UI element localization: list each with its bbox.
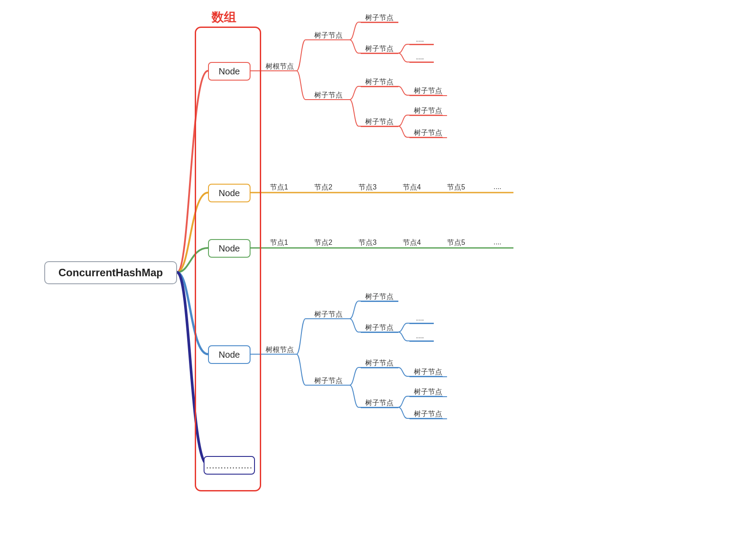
red-leaf-2: 树子节点 [365, 44, 393, 54]
slot-node-3: Node [208, 345, 251, 364]
blue-under-3 [361, 367, 398, 368]
blue-leaf-4b: 树子节点 [414, 410, 442, 419]
red-leaf-4: 树子节点 [365, 117, 393, 127]
red-under-4 [361, 126, 398, 127]
yellow-n4: 节点4 [403, 183, 421, 192]
green-n1: 节点1 [270, 238, 288, 247]
green-n2: 节点2 [314, 238, 332, 247]
red-child-1: 树子节点 [314, 31, 343, 40]
red-under-4a [409, 115, 447, 116]
blue-child-1: 树子节点 [314, 310, 343, 319]
array-label: 数组 [212, 9, 236, 26]
slot-node-1: Node [208, 184, 251, 202]
blue-under-1 [361, 301, 398, 302]
root-node: ConcurrentHashMap [44, 261, 177, 284]
yellow-n1: 节点1 [270, 183, 288, 192]
green-n4: 节点4 [403, 238, 421, 247]
blue-under-4b [409, 418, 447, 419]
blue-leaf-4: 树子节点 [365, 398, 393, 408]
red-leaf-3b: 树子节点 [414, 86, 442, 96]
red-leaf-1: 树子节点 [365, 13, 393, 23]
yellow-n2: 节点2 [314, 183, 332, 192]
slot-label-1: Node [219, 188, 240, 198]
slot-label-2: Node [219, 243, 240, 254]
green-n6: .... [494, 238, 501, 246]
red-dots-1: .... [416, 35, 424, 43]
diagram-canvas: { "root": { "title": "ConcurrentHashMap"… [0, 0, 756, 541]
yellow-n6: .... [494, 183, 501, 191]
red-under-d1 [409, 44, 434, 45]
slot-label-4: ................ [206, 460, 253, 471]
slot-node-4: ................ [204, 456, 255, 475]
blue-under-d1 [409, 323, 434, 324]
yellow-n5: 节点5 [447, 183, 465, 192]
root-title: ConcurrentHashMap [58, 267, 163, 279]
red-leaf-4b: 树子节点 [414, 128, 442, 138]
blue-leaf-3b: 树子节点 [414, 367, 442, 377]
blue-leaf-2: 树子节点 [365, 323, 393, 332]
red-under-4b [409, 137, 447, 138]
red-leaf-4a: 树子节点 [414, 106, 442, 116]
blue-under-d2 [409, 341, 434, 342]
blue-under-2 [361, 332, 398, 333]
red-under-1 [361, 22, 398, 23]
array-border-rect [195, 27, 261, 491]
blue-dots-2: .... [416, 332, 424, 340]
red-leaf-3: 树子节点 [365, 77, 393, 87]
blue-dots-1: .... [416, 314, 424, 322]
blue-leaf-4a: 树子节点 [414, 387, 442, 397]
red-dots-2: .... [416, 53, 424, 61]
red-under-2 [361, 53, 398, 54]
red-tree-root: 树根节点 [266, 62, 294, 71]
slot-node-2: Node [208, 239, 251, 258]
red-under-3b [409, 95, 447, 96]
blue-under-4a [409, 396, 447, 397]
slot-label-0: Node [219, 66, 240, 77]
green-n5: 节点5 [447, 238, 465, 247]
blue-leaf-1: 树子节点 [365, 292, 393, 301]
red-under-3 [361, 86, 398, 87]
blue-under-4 [361, 407, 398, 408]
blue-leaf-3: 树子节点 [365, 359, 393, 368]
blue-child-2: 树子节点 [314, 376, 343, 386]
green-n3: 节点3 [359, 238, 377, 247]
slot-node-0: Node [208, 62, 251, 81]
red-under-d2 [409, 62, 434, 63]
yellow-n3: 节点3 [359, 183, 377, 192]
slot-label-3: Node [219, 350, 240, 360]
blue-under-3b [409, 376, 447, 377]
red-child-2: 树子节点 [314, 91, 343, 100]
blue-tree-root: 树根节点 [266, 345, 294, 355]
